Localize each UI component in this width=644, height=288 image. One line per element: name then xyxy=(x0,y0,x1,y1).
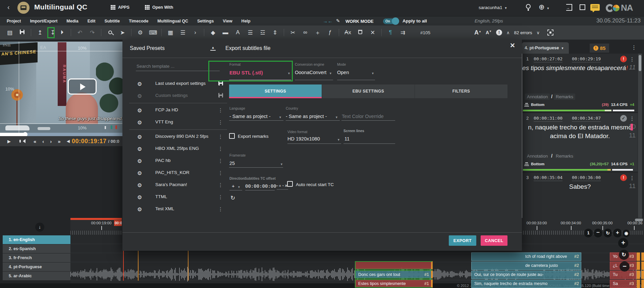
errors-dropdown-icon[interactable]: ∨ xyxy=(537,30,540,35)
close-x-icon[interactable]: ✕ xyxy=(369,29,376,36)
chevron-down-icon[interactable]: ▼ xyxy=(280,163,283,166)
vertical-align-icon[interactable]: ⇕ xyxy=(271,29,279,36)
framerate-select[interactable]: 25 xyxy=(229,161,235,166)
new-project-icon[interactable]: ▤ xyxy=(6,29,13,36)
save-preset-icon[interactable] xyxy=(218,81,223,87)
preset-item[interactable]: ⚙Discovery 890 DAN 2 5fps⋮ xyxy=(129,131,227,143)
export-button[interactable]: EXPORT xyxy=(449,235,476,246)
subtitle-text-line[interactable]: Sabes? xyxy=(522,182,638,191)
gear-icon[interactable]: ⚙ xyxy=(137,146,143,152)
subtitle-text-line[interactable]: n, naquele trecho de estrada mesmo xyxy=(522,123,638,132)
preset-kebab-icon[interactable]: ⋮ xyxy=(218,206,223,212)
gear-icon[interactable]: ⚙ xyxy=(137,107,143,114)
chevron-down-icon[interactable]: ▼ xyxy=(237,185,240,189)
subtitle-block-partial[interactable] xyxy=(637,271,640,279)
keyboard-icon[interactable]: ⌨ xyxy=(149,29,156,36)
video-progress-bar[interactable] xyxy=(0,133,125,136)
conversion-engine-select[interactable]: OoonaConvert xyxy=(295,70,326,75)
pilcrow-icon[interactable]: ¶ xyxy=(387,29,394,36)
preset-kebab-icon[interactable]: ⋮ xyxy=(218,146,223,152)
import-icon[interactable]: ↥ xyxy=(36,29,44,36)
subtitle-block[interactable]: Estes tipos simplesmente#1 xyxy=(355,279,433,288)
chat-icon[interactable] xyxy=(590,4,600,11)
language-tab[interactable]: 4. pt-Portuguese▼ xyxy=(522,42,569,54)
zoom-level-indicator[interactable]: 1 xyxy=(584,229,593,237)
tc-out-field[interactable]: 00:00:29:19 xyxy=(572,56,601,62)
subtitle-block[interactable] xyxy=(355,261,433,270)
tab-ebu-settings[interactable]: EBU SETTINGS xyxy=(322,84,415,98)
remarks-button[interactable]: Remarks xyxy=(554,94,575,100)
logout-icon[interactable]: → xyxy=(566,4,572,11)
zoom-out-icon[interactable]: − xyxy=(594,229,602,237)
gear-icon[interactable]: ⚙ xyxy=(137,119,143,126)
export-icon[interactable]: ↧ xyxy=(47,27,55,38)
menu-subtitle[interactable]: Subtitle xyxy=(104,19,120,23)
play-overlay-button[interactable] xyxy=(68,78,97,95)
merge-icon[interactable]: ∞ xyxy=(302,29,309,36)
export-media-icon[interactable]: ⏵ xyxy=(58,29,66,36)
language-select[interactable]: - Same as project - xyxy=(229,114,271,119)
subtitle-block[interactable]: Tu#3 xyxy=(610,271,636,279)
track-label-fr[interactable]: 3. fr-French xyxy=(3,253,70,262)
subtitle-block[interactable]: de carretera justo#2 xyxy=(471,262,581,270)
preset-item[interactable]: ⚙PAC_HITS_KOR⋮ xyxy=(129,167,227,179)
preset-item[interactable]: ⚙HBO XML 25fps ENG⋮ xyxy=(129,143,227,155)
remarks-button[interactable]: Remarks xyxy=(554,153,575,159)
align-justify-icon[interactable]: ☰ xyxy=(247,29,254,36)
error-status-icon[interactable]: ! xyxy=(620,56,627,62)
gear-icon[interactable]: ⚙ xyxy=(137,158,143,164)
timeline-scroll-handle[interactable] xyxy=(635,219,643,221)
preset-kebab-icon[interactable]: ⋮ xyxy=(218,134,223,140)
row-kebab-icon[interactable]: ⋮ xyxy=(630,175,635,181)
chevron-down-icon[interactable]: ▼ xyxy=(279,116,282,119)
gear-icon[interactable]: ⚙ xyxy=(137,206,143,213)
eye-icon[interactable]: ◉ xyxy=(623,230,630,237)
preset-kebab-icon[interactable]: ⋮ xyxy=(218,158,223,164)
subtitle-text-line[interactable]: acima do El Matador. xyxy=(522,132,638,140)
search-template-input[interactable] xyxy=(136,62,220,71)
upload-preset-icon[interactable]: ▲ xyxy=(210,46,216,51)
preset-kebab-icon[interactable]: ⋮ xyxy=(218,170,223,176)
preset-item[interactable]: ⚙Custom settings xyxy=(129,90,227,102)
export-remarks-checkbox[interactable] xyxy=(229,133,235,139)
user-menu[interactable]: saracunha1▼ xyxy=(479,5,507,10)
app-logo[interactable] xyxy=(17,2,30,14)
track-label-pt[interactable]: 4. pt-Portuguese xyxy=(3,263,70,271)
effects-icon[interactable]: ƒ xyxy=(326,29,334,36)
chevron-down-icon[interactable]: ▼ xyxy=(287,72,290,75)
preset-item[interactable]: ⚙Test XML⋮ xyxy=(129,203,227,215)
chevron-down-icon[interactable]: ▼ xyxy=(371,72,374,75)
error-status-icon[interactable]: ! xyxy=(620,174,627,181)
font-decrease-icon[interactable]: A▼ xyxy=(486,30,492,35)
tc-in-field[interactable]: 00:00:31:00 xyxy=(534,116,562,122)
delete-icon[interactable] xyxy=(357,29,364,36)
prev-frame-button[interactable]: ‹ xyxy=(42,138,44,144)
track-label-ar[interactable]: 5. ar-Arabic xyxy=(3,272,70,280)
wrap-lines-icon[interactable]: ⇉ xyxy=(399,29,407,36)
menu-media[interactable]: Media xyxy=(66,19,78,23)
style-diamond-icon[interactable]: ◆ xyxy=(209,29,217,36)
next-frame-button[interactable]: › xyxy=(50,138,52,144)
row-kebab-icon[interactable]: ⋮ xyxy=(630,56,635,62)
work-mode-toggle[interactable]: On xyxy=(383,18,398,24)
undo-icon[interactable]: ↶ xyxy=(76,29,84,36)
tc-offset-tools[interactable]: −+◔✕ xyxy=(276,184,288,188)
screen-lines-input[interactable]: 11 xyxy=(344,136,350,141)
preset-kebab-icon[interactable]: ⋮ xyxy=(218,119,223,125)
remove-block-icon[interactable]: − xyxy=(620,262,630,272)
track-label-es[interactable]: 2. es-Spanish xyxy=(3,244,70,253)
subtitle-row[interactable]: 2 00:00:31:00 00:00:34:07 ✓ ⋮ n, naquele… xyxy=(522,113,638,172)
gear-icon[interactable]: ⚙ xyxy=(137,194,143,200)
clear-format-icon[interactable]: Ax xyxy=(344,29,352,36)
recut-icon[interactable]: ↻ xyxy=(619,250,629,260)
gear-icon[interactable]: ⚙ xyxy=(137,170,143,176)
tc-in-field[interactable]: 00:00:35:04 xyxy=(534,175,562,181)
split-icon[interactable]: ✂ xyxy=(289,29,297,36)
subtitle-block[interactable]: Oui, sur ce tronçon de route juste au-#2 xyxy=(471,271,581,279)
subtitle-block[interactable]: tch of road right above#2 xyxy=(471,252,581,261)
chevron-up-icon[interactable]: ∧ xyxy=(506,30,510,35)
apps-button[interactable]: APPS xyxy=(111,5,129,10)
redo-icon[interactable]: ↷ xyxy=(89,29,96,36)
preset-item[interactable]: ⚙TTML⋮ xyxy=(129,191,227,203)
selection-box-icon[interactable] xyxy=(547,30,553,36)
